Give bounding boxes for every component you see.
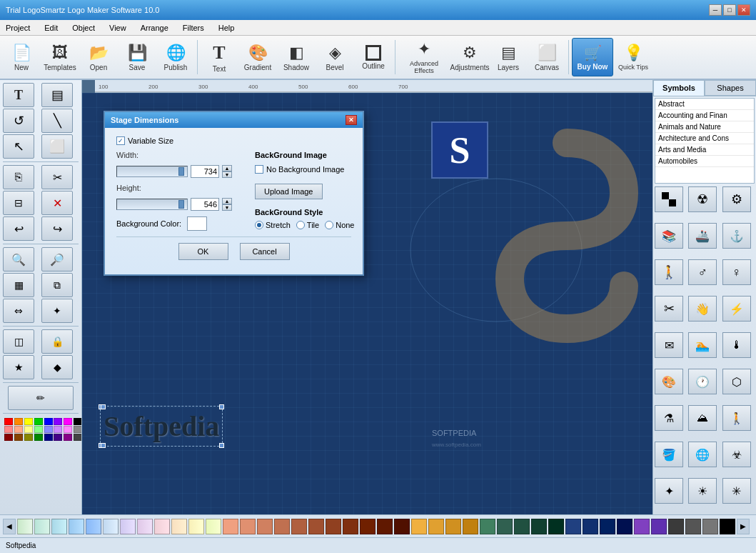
symbol-swim[interactable]: 🏊 [688,332,717,358]
tool-align[interactable]: ⊟ [3,191,34,215]
color-scroll-right[interactable]: ▶ [737,519,750,534]
shadow-button[interactable]: ◧ Shadow [278,38,315,76]
bg-color-picker[interactable] [187,216,207,231]
bottom-swatch-29[interactable] [514,519,530,534]
templates-button[interactable]: 🖼 Templates [41,38,79,76]
category-abstract[interactable]: Abstract [655,99,754,110]
tool-select[interactable]: ↖ [3,134,34,159]
tool-zoom-out[interactable]: 🔎 [41,247,73,271]
menu-filters[interactable]: Filters [180,22,207,34]
symbol-thermometer[interactable]: 🌡 [722,332,751,358]
bottom-swatch-15[interactable] [274,519,290,534]
menu-project[interactable]: Project [3,22,33,34]
bottom-swatch-19[interactable] [343,519,358,534]
tool-shapes2[interactable]: ◆ [41,355,73,379]
menu-object[interactable]: Object [69,22,98,34]
close-button[interactable]: ✕ [737,4,750,16]
text-button[interactable]: T Text [201,38,238,76]
tool-cut[interactable]: ✂ [41,165,73,189]
category-accounting[interactable]: Accounting and Finan [655,110,754,121]
category-automobiles[interactable]: Automobiles [655,156,754,167]
bottom-swatch-9[interactable] [171,519,187,534]
bottom-swatch-18[interactable] [326,519,341,534]
tool-delete[interactable]: ✕ [41,191,73,215]
bottom-swatch-23[interactable] [411,519,427,534]
no-bg-image-checkbox[interactable] [255,165,263,174]
bottom-swatch-3[interactable] [69,519,84,534]
bottom-swatch-39[interactable] [685,519,701,534]
symbol-walker[interactable]: 🚶 [722,405,751,431]
minimize-button[interactable]: ─ [709,4,722,16]
symbol-books[interactable]: 📚 [655,223,683,249]
swatch-yellow[interactable] [24,418,33,425]
symbol-globe[interactable]: 🌐 [688,442,717,467]
gradient-button[interactable]: 🎨 Gradient [239,38,276,76]
bottom-swatch-7[interactable] [137,519,153,534]
cancel-button[interactable]: Cancel [240,243,290,260]
bottom-swatch-38[interactable] [668,519,684,534]
outline-button[interactable]: Outline [355,38,392,76]
bottom-swatch-16[interactable] [291,519,307,534]
open-button[interactable]: 📂 Open [80,38,117,76]
swatch-red[interactable] [4,418,13,425]
symbol-male[interactable]: ♂ [688,259,717,285]
tool-rotate[interactable]: ↺ [3,109,34,133]
bottom-swatch-10[interactable] [188,519,204,534]
swatch-lt-red[interactable] [4,426,13,433]
swatch-lt-yellow[interactable] [24,426,33,433]
color-scroll-left[interactable]: ◀ [3,519,16,534]
tool-misc1[interactable]: ◫ [3,329,34,354]
swatch-dark-pink[interactable] [64,434,72,441]
symbol-checkerboard[interactable] [655,186,683,212]
symbol-female[interactable]: ♀ [722,259,751,285]
category-architecture[interactable]: Architecture and Cons [655,133,754,144]
swatch-lt-orange[interactable] [14,426,23,433]
variable-size-checkbox[interactable] [116,136,125,145]
bottom-swatch-4[interactable] [86,519,101,534]
bottom-swatch-12[interactable] [223,519,238,534]
bottom-swatch-24[interactable] [428,519,444,534]
symbol-bucket[interactable]: 🪣 [655,442,683,467]
advanced-effects-button[interactable]: ✦ Advanced Effects [398,38,450,76]
width-input[interactable]: 734 [191,165,219,178]
swatch-blue[interactable] [44,418,53,425]
tool-adjust[interactable]: ▤ [41,83,73,107]
handle-br[interactable] [219,443,224,448]
swatch-pink[interactable] [64,418,72,425]
symbol-radioactive[interactable]: ☢ [688,186,717,212]
bottom-swatch-40[interactable] [702,519,718,534]
tool-group[interactable]: ⧉ [41,273,73,297]
stretch-radio[interactable] [255,221,263,229]
tool-star[interactable]: ★ [3,355,34,379]
height-slider[interactable] [116,199,188,210]
adjustments-button[interactable]: ⚙ Adjustments [451,38,488,76]
handle-bm[interactable] [101,443,106,448]
bottom-swatch-30[interactable] [531,519,547,534]
tool-copy[interactable]: ⎘ [3,165,34,189]
publish-button[interactable]: 🌐 Publish [157,38,194,76]
bottom-swatch-22[interactable] [394,519,410,534]
swatch-brown[interactable] [14,434,23,441]
symbol-sparkle[interactable]: ✳ [722,478,751,504]
height-spin-up[interactable]: ▲ [222,198,232,204]
menu-help[interactable]: Help [216,22,238,34]
bottom-swatch-32[interactable] [565,519,581,534]
swatch-lt-green[interactable] [34,426,43,433]
swatch-green[interactable] [34,418,43,425]
bottom-swatch-5[interactable] [103,519,119,534]
bottom-swatch-black[interactable] [720,519,735,534]
symbol-misc2[interactable]: ⚡ [722,296,751,322]
tool-pencil[interactable]: ✏ [8,386,74,410]
swatch-lt-blue[interactable] [44,426,53,433]
width-spin-up[interactable]: ▲ [222,165,232,171]
bottom-swatch-13[interactable] [240,519,256,534]
swatch-dark-green[interactable] [34,434,43,441]
symbol-mountain[interactable]: ⛰ [688,405,717,431]
symbol-ship[interactable]: 🚢 [688,223,717,249]
maximize-button[interactable]: □ [723,4,736,16]
swatch-purple[interactable] [54,418,62,425]
menu-edit[interactable]: Edit [41,22,61,34]
swatch-olive[interactable] [24,434,33,441]
tool-pattern[interactable]: ▦ [3,273,34,297]
handle-tm[interactable] [101,404,106,409]
